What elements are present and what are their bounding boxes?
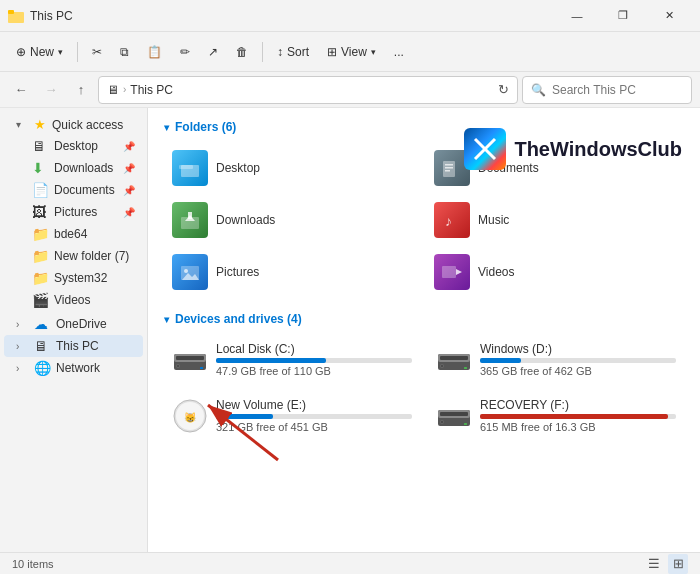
separator2 xyxy=(262,42,263,62)
svg-rect-20 xyxy=(442,266,456,278)
sidebar-videos-label: Videos xyxy=(54,293,90,307)
music-folder-name: Music xyxy=(478,213,509,227)
nav-bar: ← → ↑ 🖥 › This PC ↻ 🔍 xyxy=(0,72,700,108)
quick-access-section: ▾ ★ Quick access 🖥 Desktop 📌 ⬇ Downloads… xyxy=(0,112,147,313)
list-view-button[interactable]: ☰ xyxy=(644,554,664,574)
svg-line-5 xyxy=(475,149,485,159)
desktop-icon xyxy=(172,150,208,186)
svg-point-43 xyxy=(441,421,443,423)
share-button[interactable]: ↗ xyxy=(200,37,226,67)
separator xyxy=(77,42,78,62)
sidebar-item-videos[interactable]: 🎬 Videos xyxy=(4,289,143,311)
downloads-folder-svg xyxy=(179,211,201,229)
back-button[interactable]: ← xyxy=(8,77,34,103)
view-icon: ⊞ xyxy=(327,45,337,59)
desktop-folder-name: Desktop xyxy=(216,161,260,175)
chevron-icon: ▾ xyxy=(16,119,28,130)
sidebar-item-thispc[interactable]: › 🖥 This PC xyxy=(4,335,143,357)
sidebar-item-newfolder[interactable]: 📁 New folder (7) xyxy=(4,245,143,267)
breadcrumb: 🖥 › This PC xyxy=(107,83,173,97)
more-button[interactable]: ... xyxy=(386,37,412,67)
sidebar-item-bde64[interactable]: 📁 bde64 xyxy=(4,223,143,245)
sidebar-item-onedrive[interactable]: › ☁ OneDrive xyxy=(4,313,143,335)
svg-line-3 xyxy=(475,139,485,149)
hdd-svg-c xyxy=(172,346,208,374)
star-icon: ★ xyxy=(34,117,46,132)
downloads-folder-name: Downloads xyxy=(216,213,275,227)
newfolder-icon: 📁 xyxy=(32,248,48,264)
system32-icon: 📁 xyxy=(32,270,48,286)
sidebar-item-desktop[interactable]: 🖥 Desktop 📌 xyxy=(4,135,143,157)
folder-item-videos[interactable]: Videos xyxy=(426,248,684,296)
quick-access-label: Quick access xyxy=(52,118,123,132)
view-button[interactable]: ⊞ View ▾ xyxy=(319,37,384,67)
folder-item-downloads[interactable]: Downloads xyxy=(164,196,422,244)
cut-button[interactable]: ✂ xyxy=(84,37,110,67)
sidebar-item-system32[interactable]: 📁 System32 xyxy=(4,267,143,289)
folder-item-music[interactable]: ♪ Music xyxy=(426,196,684,244)
drive-item-c[interactable]: Local Disk (C:) 47.9 GB free of 110 GB xyxy=(164,336,420,384)
sidebar-item-documents[interactable]: 📄 Documents 📌 xyxy=(4,179,143,201)
drive-e-free: 321 GB free of 451 GB xyxy=(216,421,412,433)
grid-view-button[interactable]: ⊞ xyxy=(668,554,688,574)
copy-button[interactable]: ⧉ xyxy=(112,37,137,67)
sidebar-item-quick-access[interactable]: ▾ ★ Quick access xyxy=(4,114,143,135)
documents-folder-icon: 📄 xyxy=(32,182,48,198)
desktop-folder-svg xyxy=(179,159,201,177)
close-button[interactable]: ✕ xyxy=(646,0,692,32)
rename-button[interactable]: ✏ xyxy=(172,37,198,67)
forward-button[interactable]: → xyxy=(38,77,64,103)
drives-header[interactable]: ▾ Devices and drives (4) xyxy=(164,312,684,326)
minimize-button[interactable]: — xyxy=(554,0,600,32)
drive-f-bar-fill xyxy=(480,414,668,419)
drive-d-bar-bg xyxy=(480,358,676,363)
sidebar-downloads-label: Downloads xyxy=(54,161,113,175)
sidebar-newfolder-label: New folder (7) xyxy=(54,249,129,263)
drive-e-icon: 😸 xyxy=(172,398,208,434)
new-button[interactable]: ⊕ New ▾ xyxy=(8,37,71,67)
delete-button[interactable]: 🗑 xyxy=(228,37,256,67)
network-icon: 🌐 xyxy=(34,360,50,376)
chevron-icon-pc: › xyxy=(16,341,28,352)
sidebar-item-pictures[interactable]: 🖼 Pictures 📌 xyxy=(4,201,143,223)
sidebar-item-downloads[interactable]: ⬇ Downloads 📌 xyxy=(4,157,143,179)
rename-icon: ✏ xyxy=(180,45,190,59)
folders-title: Folders (6) xyxy=(175,120,236,134)
drive-item-d[interactable]: Windows (D:) 365 GB free of 462 GB xyxy=(428,336,684,384)
paste-icon: 📋 xyxy=(147,45,162,59)
refresh-icon[interactable]: ↻ xyxy=(498,82,509,97)
up-button[interactable]: ↑ xyxy=(68,77,94,103)
maximize-button[interactable]: ❐ xyxy=(600,0,646,32)
svg-rect-40 xyxy=(440,412,468,416)
paste-button[interactable]: 📋 xyxy=(139,37,170,67)
svg-rect-12 xyxy=(445,170,450,172)
svg-text:😸: 😸 xyxy=(184,411,197,424)
svg-rect-8 xyxy=(179,165,193,169)
chevron-icon: ▾ xyxy=(58,47,63,57)
svg-rect-15 xyxy=(188,212,192,219)
drive-c-free: 47.9 GB free of 110 GB xyxy=(216,365,412,377)
search-input[interactable] xyxy=(552,83,683,97)
pin-icon3: 📌 xyxy=(123,185,135,196)
drive-d-name: Windows (D:) xyxy=(480,342,676,356)
breadcrumb-current: This PC xyxy=(130,83,173,97)
drive-item-f[interactable]: RECOVERY (F:) 615 MB free of 16.3 GB xyxy=(428,392,684,440)
pin-icon4: 📌 xyxy=(123,207,135,218)
search-bar[interactable]: 🔍 xyxy=(522,76,692,104)
sort-button[interactable]: ↕ Sort xyxy=(269,37,317,67)
svg-marker-21 xyxy=(456,269,462,275)
share-icon: ↗ xyxy=(208,45,218,59)
title-bar-left: This PC xyxy=(8,8,73,24)
address-bar[interactable]: 🖥 › This PC ↻ xyxy=(98,76,518,104)
drive-e-name: New Volume (E:) xyxy=(216,398,412,412)
onedrive-label: OneDrive xyxy=(56,317,107,331)
downloads-folder-icon: ⬇ xyxy=(32,160,48,176)
svg-rect-11 xyxy=(445,167,453,169)
desktop-folder-icon: 🖥 xyxy=(32,138,48,154)
drive-item-e[interactable]: 😸 New Volume (E:) 321 GB free of 451 GB xyxy=(164,392,420,440)
pictures-folder-icon: 🖼 xyxy=(32,204,48,220)
folder-item-pictures[interactable]: Pictures xyxy=(164,248,422,296)
folder-item-desktop[interactable]: Desktop xyxy=(164,144,422,192)
drive-d-free: 365 GB free of 462 GB xyxy=(480,365,676,377)
sidebar-item-network[interactable]: › 🌐 Network xyxy=(4,357,143,379)
